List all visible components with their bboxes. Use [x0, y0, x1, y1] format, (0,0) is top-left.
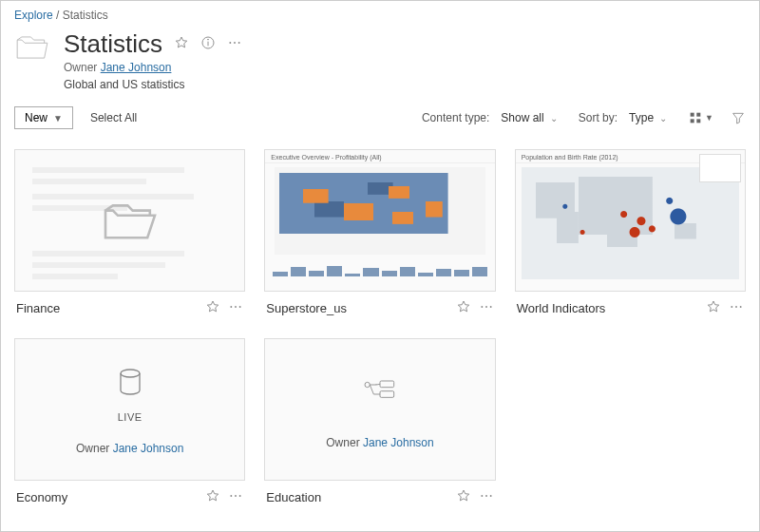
map-legend [699, 154, 741, 182]
breadcrumb-current: Statistics [63, 9, 108, 22]
owner-name-link[interactable]: Jane Johnson [113, 442, 184, 455]
star-icon[interactable] [456, 488, 471, 506]
folder-icon [14, 29, 50, 68]
star-icon[interactable] [456, 299, 471, 317]
svg-point-19 [121, 370, 140, 377]
svg-point-16 [731, 306, 732, 308]
svg-point-17 [735, 306, 737, 308]
viz-title: Executive Overview - Profitability (All) [265, 150, 494, 163]
owner-line: Owner Jane Johnson [64, 61, 746, 74]
folder-icon [100, 196, 161, 245]
card-folder: Finance [14, 149, 245, 317]
view-mode-grid-button[interactable]: ▼ [688, 110, 713, 125]
svg-point-14 [485, 306, 487, 308]
more-icon[interactable] [228, 488, 243, 506]
svg-point-20 [231, 495, 233, 497]
svg-point-10 [231, 306, 233, 308]
svg-point-26 [481, 495, 483, 497]
card-title[interactable]: World Indicators [517, 301, 698, 315]
svg-rect-9 [696, 119, 700, 123]
svg-point-13 [481, 306, 483, 308]
info-icon[interactable] [200, 35, 216, 53]
content-type-value: Show all [501, 111, 543, 124]
svg-point-4 [234, 42, 236, 44]
card-title[interactable]: Superstore_us [266, 301, 447, 315]
svg-rect-24 [380, 381, 394, 388]
new-button-label: New [25, 111, 48, 124]
card-thumbnail[interactable]: Population and Birth Rate (2012) [515, 149, 746, 292]
content-type-label: Content type: [422, 111, 489, 124]
card-thumbnail[interactable] [14, 149, 245, 292]
svg-point-5 [238, 42, 240, 44]
more-icon[interactable] [729, 299, 744, 317]
breadcrumb-root[interactable]: Explore [14, 9, 53, 22]
caret-down-icon: ▼ [705, 113, 713, 123]
card-thumbnail[interactable]: LIVE Owner Jane Johnson [14, 338, 245, 481]
page-header: Statistics Owner Jane Johnson Global and… [1, 26, 759, 101]
svg-point-3 [229, 42, 231, 44]
card-datasource: LIVE Owner Jane Johnson Economy [14, 338, 245, 506]
owner-label: Owner [76, 442, 109, 455]
select-all-link[interactable]: Select All [90, 111, 137, 124]
breadcrumb-sep: / [56, 9, 59, 22]
card-owner-line: Owner Jane Johnson [326, 436, 433, 449]
svg-point-11 [235, 306, 237, 308]
svg-point-18 [740, 306, 742, 308]
world-map-viz [522, 167, 739, 279]
content-grid: Finance Executive Overview - Profitabili… [1, 136, 759, 525]
card-owner-line: Owner Jane Johnson [76, 442, 183, 455]
svg-point-2 [208, 39, 209, 40]
card-thumbnail[interactable]: Executive Overview - Profitability (All) [264, 149, 495, 292]
new-button[interactable]: New ▼ [14, 106, 73, 129]
page-title: Statistics [64, 29, 162, 59]
card-title[interactable]: Education [266, 490, 447, 504]
svg-rect-6 [691, 113, 694, 117]
card-datasource: Owner Jane Johnson Education [264, 338, 495, 506]
us-map-viz [275, 167, 484, 255]
toolbar: New ▼ Select All Content type: Show all … [1, 101, 759, 136]
owner-name-link[interactable]: Jane Johnson [101, 61, 172, 74]
chevron-down-icon: ⌄ [659, 113, 667, 124]
star-icon[interactable] [205, 488, 220, 506]
owner-name-link[interactable]: Jane Johnson [363, 436, 434, 449]
svg-point-23 [365, 382, 370, 387]
live-badge: LIVE [118, 411, 142, 423]
svg-rect-7 [696, 113, 700, 117]
card-title[interactable]: Economy [16, 490, 198, 504]
svg-point-21 [235, 495, 237, 497]
card-thumbnail[interactable]: Owner Jane Johnson [264, 338, 495, 481]
sort-by-label: Sort by: [579, 111, 618, 124]
owner-label: Owner [64, 61, 97, 74]
flow-icon [361, 370, 399, 408]
more-icon[interactable] [479, 299, 494, 317]
more-icon[interactable] [479, 488, 494, 506]
svg-point-28 [489, 495, 491, 497]
svg-rect-8 [691, 119, 694, 123]
svg-rect-25 [380, 391, 394, 398]
svg-point-22 [239, 495, 241, 497]
caret-down-icon: ▼ [53, 113, 63, 124]
star-icon[interactable] [706, 299, 721, 317]
card-workbook: Executive Overview - Profitability (All)… [264, 149, 495, 317]
more-icon[interactable] [227, 35, 242, 53]
svg-point-27 [485, 495, 487, 497]
star-icon[interactable] [174, 35, 189, 53]
card-workbook: Population and Birth Rate (2012) World I… [515, 149, 746, 317]
svg-point-15 [489, 306, 491, 308]
star-icon[interactable] [205, 299, 220, 317]
filter-icon[interactable] [731, 110, 746, 125]
breadcrumb: Explore / Statistics [1, 1, 759, 26]
svg-point-12 [239, 306, 241, 308]
card-title[interactable]: Finance [16, 301, 198, 315]
more-icon[interactable] [228, 299, 243, 317]
sort-by-value: Type [629, 111, 654, 124]
sparkline-row [265, 258, 494, 279]
chevron-down-icon: ⌄ [550, 113, 558, 124]
folder-description: Global and US statistics [64, 78, 746, 91]
database-icon [111, 364, 149, 402]
owner-label: Owner [326, 436, 359, 449]
sort-by-dropdown[interactable]: Type ⌄ [625, 109, 671, 126]
content-type-dropdown[interactable]: Show all ⌄ [497, 109, 560, 126]
